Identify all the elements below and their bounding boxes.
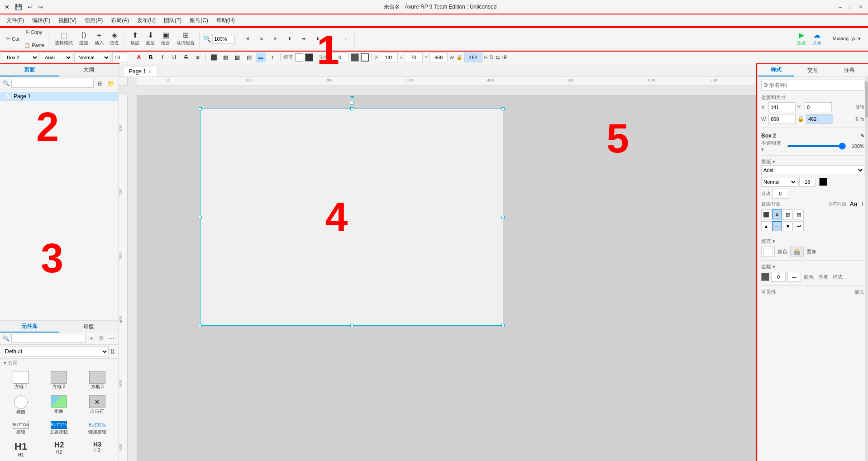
maximize-button[interactable]: □ [847,4,854,10]
y-coord-input[interactable] [405,52,423,62]
align-right-text-button[interactable]: ▧ [232,52,242,62]
text-case-icon[interactable]: Aa [850,200,858,208]
window-controls[interactable]: ─ □ ✕ [837,4,863,10]
right-size-input[interactable] [799,177,816,187]
x-coord-input[interactable] [380,52,398,62]
copy-button[interactable]: ⎘ Copy [22,26,46,38]
right-style-select[interactable]: Normal [761,177,797,187]
handle-bottom-left[interactable] [199,324,202,327]
menu-edit[interactable]: 编辑(E) [29,16,54,25]
menu-layout[interactable]: 布局(A) [107,16,133,25]
box-name-edit-icon[interactable]: ✎ [860,133,864,139]
menu-account[interactable]: 账号(C) [186,16,212,25]
menu-file[interactable]: 文件(F) [3,16,28,25]
tab-interact[interactable]: 交互 [794,64,831,76]
align-bottom-button[interactable]: ⬇ [311,31,324,47]
text-valign-top-btn[interactable]: ▲ [761,221,771,231]
align-center-text-button[interactable]: ▦ [220,52,230,62]
text-color-button[interactable]: A [134,52,144,62]
undo-icon[interactable]: ↩ [28,4,33,10]
arrow-button[interactable]: 箭头 [854,289,864,295]
border-value-input[interactable] [331,52,349,62]
window-left-icons[interactable]: ✕ 💾 ↩ ↪ [5,4,43,10]
opacity-slider[interactable] [787,145,846,147]
bold-button[interactable]: B [146,52,156,62]
right-scrollbar[interactable] [865,77,868,461]
comp-placeholder[interactable]: ✕ 占位符 [79,394,115,417]
border-thickness-input[interactable] [771,272,786,282]
insert-button[interactable]: ＋ 插入 [92,31,106,47]
close-x-icon[interactable]: ✕ [5,4,10,10]
right-font-select[interactable]: Arial [761,165,864,175]
h-coord-input[interactable] [464,52,482,62]
visibility-button[interactable]: 可见性 [761,289,776,295]
rotation-handle[interactable] [350,101,353,105]
design-element[interactable]: 4 [200,109,503,326]
border-style-box[interactable] [361,53,369,62]
save-icon[interactable]: 💾 [15,4,22,10]
text-align-justify-btn[interactable]: ▤ [794,209,804,219]
tab-note[interactable]: 注释 [831,64,868,76]
distribute-v-button[interactable]: ↕ [339,31,353,47]
zoom-input[interactable] [212,34,235,44]
comp-h1[interactable]: H1 H1 [3,439,39,459]
style-select[interactable]: Normal [74,52,110,62]
tab-masters[interactable]: 母版 [59,321,119,333]
text-align-right-btn[interactable]: ▧ [783,209,793,219]
handle-top-center[interactable] [350,107,353,110]
fill-color-box[interactable] [295,53,303,62]
handle-bottom-right[interactable] [501,324,505,327]
handle-middle-right[interactable] [501,216,505,219]
paste-button[interactable]: 📋 Paste [22,39,46,52]
fill-color-preview[interactable] [761,247,775,257]
comp-h2[interactable]: H2 H2 [41,439,77,459]
auto-input[interactable] [772,189,788,199]
font-select[interactable]: Arial [41,52,72,62]
user-account-button[interactable]: Mxiang_yu ▾ [830,31,863,47]
element-name-input[interactable] [761,80,864,90]
menu-view[interactable]: 视图(V) [55,16,80,25]
add-page-inline-button[interactable]: ⊞ [95,79,105,88]
menu-team[interactable]: 团队(T) [160,16,185,25]
page-item-page1[interactable]: 📄 Page 1 [0,92,118,101]
control-point-button[interactable]: ◈ 控点 [107,31,122,47]
align-right-button[interactable]: ⫸ [269,31,282,47]
text-valign-bottom-btn[interactable]: ▼ [783,221,793,231]
text-wrap-btn[interactable]: ↩ [794,221,804,231]
bottom-layer-button[interactable]: ⬇ 底层 [143,31,157,47]
h-prop-input[interactable] [806,114,833,124]
tab-style[interactable]: 样式 [758,64,794,76]
comp-search-input[interactable] [11,334,86,343]
w-lock-icon[interactable]: 🔒 [797,116,804,122]
text-valign-middle-btn[interactable]: — [772,221,782,231]
text-align-center-btn[interactable]: ≡ [772,209,782,219]
select-mode-button[interactable]: ⬚ 选择模式 [52,31,76,47]
right-text-color-box[interactable] [819,178,827,186]
underline-button[interactable]: U [169,52,179,62]
library-dropdown[interactable]: Default [3,346,109,357]
add-library-button[interactable]: ＋ [87,334,95,342]
menu-project[interactable]: 项目(P) [81,16,106,25]
comp-box2[interactable]: 方框 2 [41,369,77,392]
cut-button[interactable]: ✂ Cut [5,33,21,45]
ungroup-button[interactable]: ⊞ 取消组合 [174,31,197,47]
x-prop-input[interactable] [768,102,796,112]
fill-image-preview[interactable] [790,247,804,257]
page-options-button[interactable]: 📁 [106,79,115,88]
group-button[interactable]: ▣ 组合 [158,31,173,47]
border-style-button[interactable]: — [787,272,801,282]
align-middle-button[interactable]: ⬌ [297,31,310,47]
text-transform-icon[interactable]: T [861,201,864,207]
list-button[interactable]: ≡ [193,52,203,62]
align-left-text-button[interactable]: ⬛ [209,52,219,62]
tab-pages[interactable]: 页面 [0,64,59,76]
handle-top-left[interactable] [199,107,202,110]
right-scrollbar-thumb[interactable] [865,81,868,118]
canvas-tab-close-icon[interactable]: ✕ [148,69,152,74]
y-prop-input[interactable] [805,102,832,112]
pages-search-input[interactable] [11,79,94,88]
tab-library[interactable]: 元件库 [0,321,59,333]
library-arrows-icon[interactable]: ⇅ [110,348,115,355]
align-top-button[interactable]: ⬆ [283,31,296,47]
line-spacing-button[interactable]: ↕ [267,52,277,62]
